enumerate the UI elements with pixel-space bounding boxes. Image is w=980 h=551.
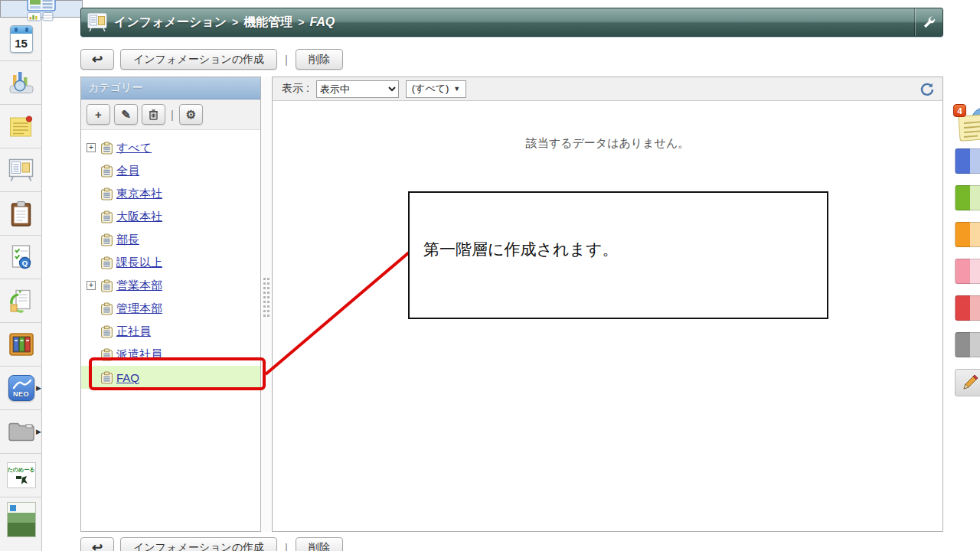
category-icon xyxy=(100,348,113,361)
category-link[interactable]: 部長 xyxy=(116,233,139,247)
refresh-button[interactable] xyxy=(918,80,936,99)
calendar-icon: 15 xyxy=(10,25,33,53)
delete-button[interactable]: 削除 xyxy=(296,49,343,70)
pencil-edit-icon xyxy=(960,373,980,393)
splitter-grip-handle[interactable] xyxy=(263,278,270,327)
sidebar-item-folder[interactable]: ▶ xyxy=(0,410,42,454)
sidebar-item-memo[interactable] xyxy=(0,105,42,148)
category-tree-item[interactable]: 管理本部 xyxy=(81,297,260,320)
create-information-button[interactable]: インフォメーションの作成 xyxy=(120,49,277,70)
settings-wrench-button[interactable] xyxy=(915,8,942,36)
shortcut-notepad-button[interactable]: 4 xyxy=(955,106,980,143)
category-tree-item[interactable]: 正社員 xyxy=(81,320,260,343)
label-tag-pink[interactable] xyxy=(955,259,980,284)
category-link[interactable]: 営業本部 xyxy=(116,279,162,293)
sidebar-item-banner[interactable] xyxy=(0,497,42,541)
neo-app-icon: NEO xyxy=(8,375,34,401)
category-tree-item[interactable]: + 営業本部 xyxy=(81,274,260,297)
sidebar-item-bulletin[interactable] xyxy=(0,148,42,192)
wrench-icon xyxy=(922,15,936,30)
refresh-icon xyxy=(920,82,935,97)
status-filter-select[interactable]: 表示中 xyxy=(316,80,399,98)
neo-label: NEO xyxy=(13,390,29,400)
sidebar-item-portal[interactable] xyxy=(0,0,83,18)
label-tag-green[interactable] xyxy=(955,185,980,210)
breadcrumb-module[interactable]: インフォメーション xyxy=(114,15,227,31)
label-tag-gray[interactable] xyxy=(955,332,980,357)
category-tree-item[interactable]: 大阪本社 xyxy=(81,205,260,228)
label-tag-red[interactable] xyxy=(955,295,980,321)
sidebar-item-tanomeru[interactable]: たのめーる xyxy=(0,454,42,497)
plus-icon: + xyxy=(95,108,102,121)
category-icon xyxy=(100,187,113,201)
back-icon: ↩ xyxy=(92,51,103,67)
category-icon xyxy=(100,233,113,246)
back-button-bottom[interactable]: ↩ xyxy=(80,537,114,551)
edit-shortcut-button[interactable] xyxy=(955,369,980,396)
sidebar-item-clipboard[interactable] xyxy=(0,192,42,236)
back-icon: ↩ xyxy=(92,540,103,551)
information-module-icon xyxy=(87,11,108,33)
svg-text:Q: Q xyxy=(21,259,27,267)
app-launcher-sidebar: 15 xyxy=(0,0,42,551)
circulation-icon xyxy=(8,288,34,314)
category-link[interactable]: すべて xyxy=(116,141,152,155)
category-tree-item[interactable]: 全員 xyxy=(81,159,260,182)
category-icon xyxy=(100,142,113,155)
sidebar-item-neo[interactable]: NEO ▶ xyxy=(0,367,42,410)
category-filter-dropdown[interactable]: (すべて) ▼ xyxy=(406,80,467,98)
sidebar-item-schedule[interactable]: 15 xyxy=(0,18,42,61)
label-tag-orange[interactable] xyxy=(955,222,980,247)
breadcrumb: インフォメーション > 機能管理 > FAQ xyxy=(114,15,335,31)
delete-button-bottom[interactable]: 削除 xyxy=(296,537,343,551)
module-header: インフォメーション > 機能管理 > FAQ xyxy=(80,8,943,37)
breadcrumb-section[interactable]: 機能管理 xyxy=(243,15,292,31)
promo-banner-icon xyxy=(7,502,36,537)
expand-toggle-icon[interactable]: + xyxy=(87,143,96,152)
category-tree-item[interactable]: 派遣社員 xyxy=(81,343,260,366)
action-toolbar: ↩ インフォメーションの作成 | 削除 xyxy=(80,49,343,70)
category-tree-item[interactable]: 東京本社 xyxy=(81,182,260,205)
category-tree-item[interactable]: 課長以上 xyxy=(81,251,260,274)
sidebar-item-cabinet[interactable] xyxy=(0,323,42,367)
add-category-button[interactable]: + xyxy=(87,104,110,125)
delete-category-button[interactable] xyxy=(142,104,165,125)
category-link[interactable]: 正社員 xyxy=(116,324,151,339)
category-toolbar: + ✎ | ⚙ xyxy=(81,99,260,130)
trash-icon xyxy=(149,109,158,120)
sidebar-item-analysis[interactable] xyxy=(0,61,42,105)
category-tree-item-faq-highlighted[interactable]: FAQ xyxy=(81,366,260,389)
category-tree-item[interactable]: + すべて xyxy=(81,136,260,159)
category-link[interactable]: 東京本社 xyxy=(116,187,162,201)
panel-splitter[interactable] xyxy=(261,77,272,532)
category-link-faq[interactable]: FAQ xyxy=(116,371,139,384)
toolbar-divider: | xyxy=(169,108,175,121)
back-button[interactable]: ↩ xyxy=(80,49,114,70)
sidebar-item-survey[interactable]: Q xyxy=(0,236,42,279)
empty-data-message: 該当するデータはありません。 xyxy=(273,136,942,151)
category-panel-title: カテゴリー xyxy=(81,77,260,99)
annotation-callout-box: 第一階層に作成されます。 xyxy=(408,191,828,319)
expand-toggle-icon[interactable]: + xyxy=(87,281,96,290)
calendar-day: 15 xyxy=(11,34,32,52)
bookshelf-icon xyxy=(8,332,34,357)
category-settings-button[interactable]: ⚙ xyxy=(179,104,203,125)
label-tag-blue[interactable] xyxy=(955,148,980,174)
category-link[interactable]: 全員 xyxy=(116,164,139,178)
sidebar-item-circulation[interactable] xyxy=(0,279,42,323)
toolbar-divider: | xyxy=(283,541,289,551)
category-link[interactable]: 派遣社員 xyxy=(116,347,162,362)
category-link[interactable]: 課長以上 xyxy=(116,256,162,270)
category-icon xyxy=(100,165,113,178)
category-link[interactable]: 管理本部 xyxy=(116,302,162,316)
create-information-button-bottom[interactable]: インフォメーションの作成 xyxy=(120,537,277,551)
category-tree: + すべて 全員 東京本社 大阪本社 部長 課長以上 xyxy=(81,130,260,389)
flyout-arrow-icon[interactable]: ▶ xyxy=(36,429,41,435)
edit-category-button[interactable]: ✎ xyxy=(114,104,138,125)
flyout-arrow-icon[interactable]: ▶ xyxy=(36,385,41,392)
category-link[interactable]: 大阪本社 xyxy=(116,210,162,224)
category-panel: カテゴリー + ✎ | ⚙ + すべて xyxy=(80,77,261,532)
breadcrumb-separator: > xyxy=(298,16,304,28)
breadcrumb-current: FAQ xyxy=(309,15,335,29)
category-tree-item[interactable]: 部長 xyxy=(81,228,260,251)
